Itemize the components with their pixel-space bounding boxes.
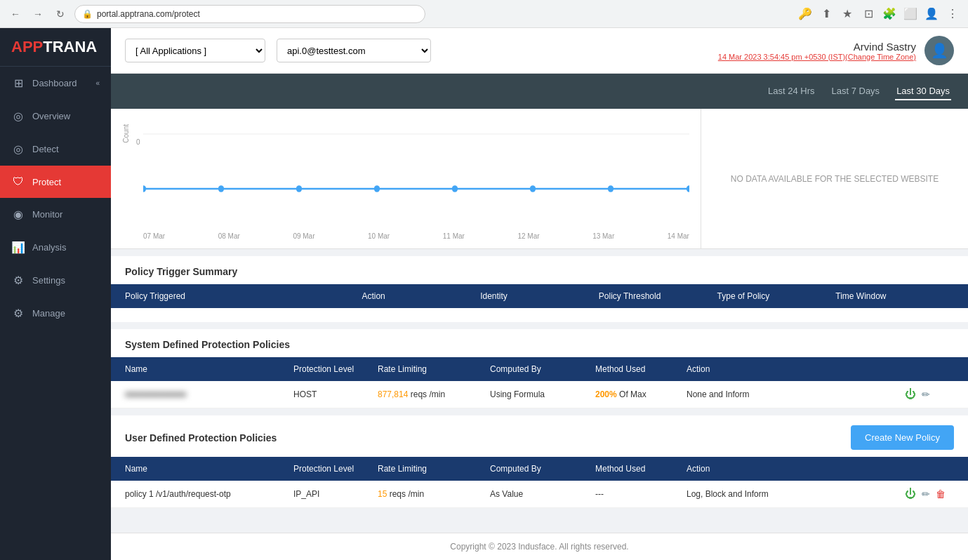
x-label-5: 12 Mar	[517, 232, 539, 240]
sidebar-item-detect[interactable]: ◎ Detect	[0, 133, 111, 166]
sys-method-suffix: Of Max	[619, 389, 647, 399]
sys-row-protection: HOST	[293, 389, 378, 399]
settings-icon: ⚙	[11, 274, 25, 287]
app-select[interactable]: [ All Applications ]	[125, 39, 265, 62]
sys-row-icons: ⏻ ✏	[905, 388, 954, 401]
svg-point-7	[608, 185, 614, 192]
overview-icon: ◎	[11, 109, 25, 123]
sys-rate-value: 877,814	[378, 389, 408, 399]
user-col-name: Name	[125, 464, 293, 474]
user-avatar: 👤	[924, 36, 954, 65]
user-rate-unit: reqs /min	[390, 489, 424, 499]
user-defined-header: User Defined Protection Policies Create …	[111, 415, 968, 457]
policy-trigger-body	[111, 308, 968, 322]
spacer	[111, 515, 968, 529]
chart-left: Count 0	[111, 109, 701, 248]
forward-button[interactable]: →	[29, 6, 46, 22]
time-btn-30days[interactable]: Last 30 Days	[895, 83, 951, 100]
key-icon[interactable]: 🔑	[797, 6, 814, 22]
svg-point-4	[374, 185, 380, 192]
svg-point-5	[452, 185, 458, 192]
time-btn-24hr[interactable]: Last 24 Hrs	[767, 83, 816, 100]
sys-row-rate: 877,814 reqs /min	[378, 389, 490, 399]
time-range-bar: Last 24 Hrs Last 7 Days Last 30 Days	[111, 74, 968, 109]
sidebar: APPTRANA ⊞ Dashboard « ◎ Overview ◎ Dete…	[0, 28, 111, 560]
header-right: Arvind Sastry 14 Mar 2023 3:54:45 pm +05…	[718, 36, 954, 65]
sidebar-item-overview[interactable]: ◎ Overview	[0, 100, 111, 133]
policy-trigger-section: Policy Trigger Summary Policy Triggered …	[111, 256, 968, 322]
x-label-3: 10 Mar	[368, 232, 390, 240]
upload-icon[interactable]: ⬆	[818, 6, 835, 22]
system-policies-header: Name Protection Level Rate Limiting Comp…	[111, 357, 968, 381]
url-bar: 🔒 portal.apptrana.com/protect	[74, 5, 425, 23]
sidebar-label-settings: Settings	[32, 275, 65, 286]
x-label-7: 14 Mar	[668, 232, 689, 240]
sidebar-item-manage[interactable]: ⚙ Manage	[0, 297, 111, 330]
sidebar-nav: ⊞ Dashboard « ◎ Overview ◎ Detect 🛡 Prot…	[0, 67, 111, 560]
x-label-2: 09 Mar	[293, 232, 314, 240]
svg-point-6	[530, 185, 536, 192]
x-label-0: 07 Mar	[143, 232, 165, 240]
sys-row-name: ■■■■■■■■■■■■	[125, 389, 293, 399]
browser-toolbar: 🔑 ⬆ ★ ⊡ 🧩 ⬜ 👤 ⋮	[797, 6, 961, 22]
main-content[interactable]: Count 0	[111, 109, 968, 533]
star-icon[interactable]: ★	[839, 6, 856, 22]
sys-row-method: 200% Of Max	[595, 389, 687, 399]
sys-method-value: 200%	[595, 389, 617, 399]
change-timezone[interactable]: (Change Time Zone)	[845, 53, 916, 61]
sidebar-label-overview: Overview	[32, 111, 70, 121]
sidebar-item-settings[interactable]: ⚙ Settings	[0, 264, 111, 297]
sidebar-item-analysis[interactable]: 📊 Analysis	[0, 231, 111, 264]
avatar-icon[interactable]: 👤	[923, 6, 940, 22]
power-icon[interactable]: ⏻	[905, 388, 916, 401]
user-col-method: Method Used	[595, 464, 687, 474]
user-edit-icon[interactable]: ✏	[922, 488, 930, 500]
sidebar-item-dashboard[interactable]: ⊞ Dashboard «	[0, 67, 111, 100]
window-icon[interactable]: ⬜	[902, 6, 919, 22]
user-row-icon-group: ⏻ ✏ 🗑	[905, 488, 954, 500]
sidebar-item-monitor[interactable]: ◉ Monitor	[0, 198, 111, 231]
svg-point-8	[687, 185, 689, 192]
back-button[interactable]: ←	[7, 6, 24, 22]
system-policies-section: System Defined Protection Policies Name …	[111, 329, 968, 408]
chart-x-labels: 07 Mar 08 Mar 09 Mar 10 Mar 11 Mar 12 Ma…	[143, 232, 689, 240]
user-rate-value: 15	[378, 489, 387, 499]
detect-icon: ◎	[11, 142, 25, 156]
analysis-icon: 📊	[11, 241, 25, 254]
edit-icon[interactable]: ✏	[922, 389, 930, 400]
puzzle-icon[interactable]: 🧩	[881, 6, 898, 22]
x-label-4: 11 Mar	[443, 232, 465, 240]
sys-col-method: Method Used	[595, 364, 687, 374]
policy-trigger-title: Policy Trigger Summary	[111, 256, 968, 284]
time-btn-7days[interactable]: Last 7 Days	[830, 83, 881, 100]
user-power-icon[interactable]: ⏻	[905, 488, 916, 500]
x-label-6: 13 Mar	[592, 232, 614, 240]
system-policy-row-0: ■■■■■■■■■■■■ HOST 877,814 reqs /min Usin…	[111, 381, 968, 408]
sys-blurred-name: ■■■■■■■■■■■■	[125, 389, 186, 399]
user-row-computed: As Value	[490, 489, 595, 499]
protect-icon: 🛡	[11, 175, 25, 188]
logo: APPTRANA	[0, 28, 111, 67]
svg-point-2	[218, 185, 224, 192]
menu-icon[interactable]: ⋮	[944, 6, 961, 22]
user-policy-row-0: policy 1 /v1/auth/request-otp IP_API 15 …	[111, 481, 968, 508]
col-policy-triggered: Policy Triggered	[125, 291, 362, 301]
refresh-button[interactable]: ↻	[52, 6, 69, 22]
user-col-rate: Rate Limiting	[378, 464, 490, 474]
user-col-computed: Computed By	[490, 464, 595, 474]
user-row-rate: 15 reqs /min	[378, 489, 490, 499]
sidebar-item-protect[interactable]: 🛡 Protect	[0, 166, 111, 198]
sidebar-label-detect: Detect	[32, 144, 59, 154]
user-delete-icon[interactable]: 🗑	[936, 488, 946, 500]
sys-row-icon-group: ⏻ ✏	[905, 388, 954, 401]
user-col-protection: Protection Level	[293, 464, 378, 474]
chart-zero: 0	[136, 138, 140, 146]
screenshot-icon[interactable]: ⊡	[860, 6, 877, 22]
sys-col-action: Action	[687, 364, 905, 374]
col-action: Action	[362, 291, 480, 301]
email-select[interactable]: api.0@testtest.com	[277, 39, 431, 62]
create-policy-button[interactable]: Create New Policy	[851, 425, 954, 450]
footer: Copyright © 2023 Indusface. All rights r…	[111, 533, 968, 560]
manage-icon: ⚙	[11, 307, 25, 320]
chart-area: Count 0	[122, 117, 689, 229]
